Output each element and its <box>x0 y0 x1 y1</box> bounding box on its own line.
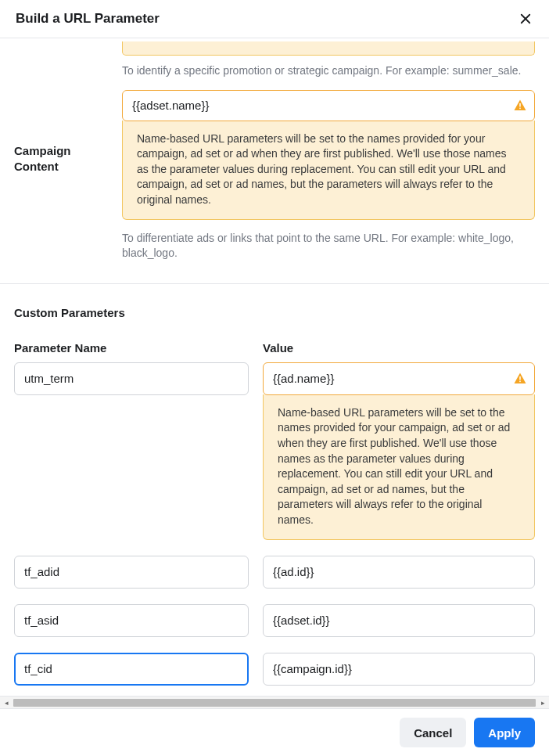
param-value-input[interactable] <box>263 604 535 637</box>
param-name-input[interactable] <box>14 362 249 395</box>
cancel-button[interactable]: Cancel <box>400 718 466 747</box>
value-header: Value <box>263 341 535 355</box>
campaign-content-input[interactable] <box>122 90 535 121</box>
param-value-input[interactable] <box>263 362 535 395</box>
campaign-content-warning-box: Name-based URL parameters will be set to… <box>122 121 535 220</box>
scroll-track[interactable] <box>13 699 536 707</box>
custom-parameters-section: Custom Parameters Parameter Name Value <box>0 284 549 708</box>
param-name-input[interactable] <box>14 604 249 637</box>
close-icon[interactable] <box>518 11 533 27</box>
scroll-area[interactable]: Campaign Content To identify a specific … <box>0 41 549 708</box>
modal-body: Campaign Content To identify a specific … <box>0 41 549 708</box>
campaign-content-label: Campaign Content <box>14 143 109 174</box>
campaign-content-row: Campaign Content To identify a specific … <box>0 41 549 284</box>
param-value-input[interactable] <box>263 556 535 589</box>
param-value-warning-box: Name-based URL parameters will be set to… <box>263 394 535 540</box>
modal-header: Build a URL Parameter <box>0 0 549 38</box>
scroll-right-arrow[interactable]: ▸ <box>536 697 549 709</box>
apply-button[interactable]: Apply <box>474 718 535 747</box>
warning-strip-above <box>122 41 535 56</box>
scroll-left-arrow[interactable]: ◂ <box>0 697 13 709</box>
campaign-content-help-bottom: To differentiate ads or links that point… <box>122 231 535 261</box>
horizontal-scrollbar[interactable]: ◂ ▸ <box>0 696 549 708</box>
campaign-content-help-top: To identify a specific promotion or stra… <box>122 63 535 79</box>
param-name-input[interactable] <box>14 556 249 589</box>
campaign-content-input-wrap <box>122 90 535 121</box>
modal-title: Build a URL Parameter <box>16 11 160 27</box>
param-row <box>14 556 535 589</box>
param-row <box>14 604 535 637</box>
param-row: Name-based URL parameters will be set to… <box>14 362 535 540</box>
custom-parameters-heading: Custom Parameters <box>14 306 535 319</box>
param-value-input[interactable] <box>263 653 535 686</box>
modal-footer: Cancel Apply <box>0 708 549 756</box>
parameter-name-header: Parameter Name <box>14 341 249 355</box>
param-name-input[interactable] <box>14 653 249 686</box>
param-row <box>14 653 535 686</box>
custom-parameters-header-row: Parameter Name Value <box>14 341 535 355</box>
